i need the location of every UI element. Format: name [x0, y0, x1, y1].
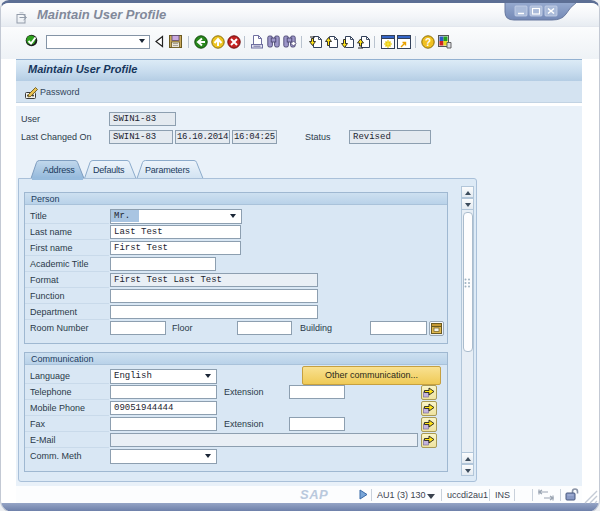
svg-text:?: ? [425, 37, 431, 48]
